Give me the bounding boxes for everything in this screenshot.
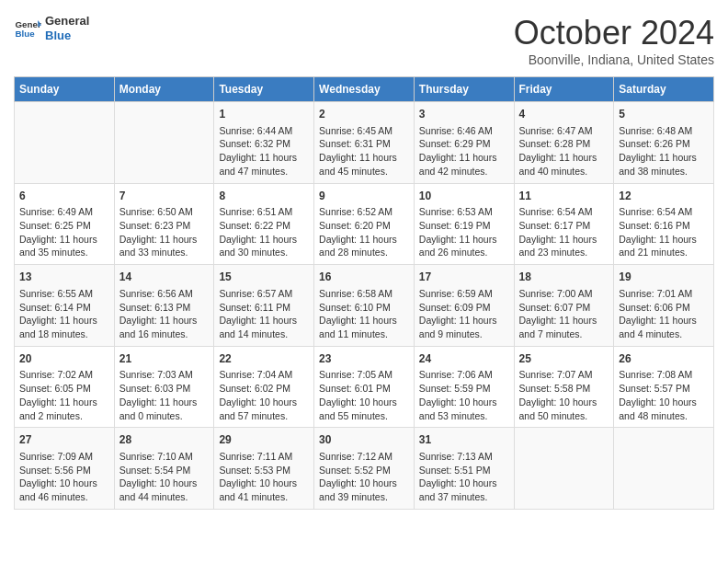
calendar-cell	[514, 428, 614, 510]
day-number: 22	[219, 351, 309, 367]
day-header-thursday: Thursday	[414, 77, 514, 102]
calendar-cell: 27Sunrise: 7:09 AM Sunset: 5:56 PM Dayli…	[15, 428, 115, 510]
day-number: 19	[619, 270, 709, 285]
logo-icon: General Blue	[14, 15, 41, 42]
title-block: October 2024 Boonville, Indiana, United …	[514, 14, 714, 67]
calendar-cell: 30Sunrise: 7:12 AM Sunset: 5:52 PM Dayli…	[314, 428, 415, 510]
calendar-cell: 21Sunrise: 7:03 AM Sunset: 6:03 PM Dayli…	[114, 346, 214, 428]
cell-content: Sunrise: 6:49 AM Sunset: 6:25 PM Dayligh…	[19, 205, 109, 259]
cell-content: Sunrise: 6:47 AM Sunset: 6:28 PM Dayligh…	[519, 124, 609, 178]
cell-content: Sunrise: 6:59 AM Sunset: 6:09 PM Dayligh…	[419, 287, 509, 341]
calendar-cell: 12Sunrise: 6:54 AM Sunset: 6:16 PM Dayli…	[614, 183, 714, 265]
cell-content: Sunrise: 7:06 AM Sunset: 5:59 PM Dayligh…	[419, 368, 509, 422]
day-header-friday: Friday	[514, 77, 614, 102]
day-header-wednesday: Wednesday	[314, 77, 415, 102]
cell-content: Sunrise: 6:55 AM Sunset: 6:14 PM Dayligh…	[19, 287, 109, 341]
calendar-cell: 17Sunrise: 6:59 AM Sunset: 6:09 PM Dayli…	[414, 265, 514, 347]
week-row-1: 1Sunrise: 6:44 AM Sunset: 6:32 PM Daylig…	[15, 102, 714, 184]
day-number: 4	[519, 107, 609, 122]
calendar-cell: 8Sunrise: 6:51 AM Sunset: 6:22 PM Daylig…	[214, 183, 314, 265]
cell-content: Sunrise: 7:05 AM Sunset: 6:01 PM Dayligh…	[319, 368, 409, 422]
day-number: 30	[319, 432, 409, 448]
svg-text:Blue: Blue	[16, 29, 36, 39]
calendar-cell: 28Sunrise: 7:10 AM Sunset: 5:54 PM Dayli…	[114, 428, 214, 510]
month-title: October 2024	[514, 14, 714, 52]
day-number: 29	[219, 432, 309, 448]
day-number: 12	[619, 189, 709, 204]
cell-content: Sunrise: 6:58 AM Sunset: 6:10 PM Dayligh…	[319, 287, 409, 341]
day-number: 27	[19, 432, 109, 448]
day-number: 16	[319, 270, 409, 285]
week-row-5: 27Sunrise: 7:09 AM Sunset: 5:56 PM Dayli…	[15, 428, 714, 510]
calendar-cell: 10Sunrise: 6:53 AM Sunset: 6:19 PM Dayli…	[414, 183, 514, 265]
cell-content: Sunrise: 6:54 AM Sunset: 6:17 PM Dayligh…	[519, 205, 609, 259]
cell-content: Sunrise: 7:00 AM Sunset: 6:07 PM Dayligh…	[519, 287, 609, 341]
day-header-sunday: Sunday	[15, 77, 115, 102]
day-number: 24	[419, 351, 509, 367]
day-number: 9	[319, 189, 409, 204]
calendar-cell: 19Sunrise: 7:01 AM Sunset: 6:06 PM Dayli…	[614, 265, 714, 347]
cell-content: Sunrise: 6:46 AM Sunset: 6:29 PM Dayligh…	[419, 124, 509, 178]
cell-content: Sunrise: 6:44 AM Sunset: 6:32 PM Dayligh…	[219, 124, 309, 178]
calendar-cell: 2Sunrise: 6:45 AM Sunset: 6:31 PM Daylig…	[314, 102, 415, 184]
day-header-tuesday: Tuesday	[214, 77, 314, 102]
day-number: 10	[419, 189, 509, 204]
calendar-cell: 22Sunrise: 7:04 AM Sunset: 6:02 PM Dayli…	[214, 346, 314, 428]
calendar-cell: 9Sunrise: 6:52 AM Sunset: 6:20 PM Daylig…	[314, 183, 415, 265]
cell-content: Sunrise: 7:07 AM Sunset: 5:58 PM Dayligh…	[519, 368, 609, 422]
calendar-header-row: SundayMondayTuesdayWednesdayThursdayFrid…	[15, 77, 714, 102]
calendar-cell: 16Sunrise: 6:58 AM Sunset: 6:10 PM Dayli…	[314, 265, 415, 347]
cell-content: Sunrise: 6:57 AM Sunset: 6:11 PM Dayligh…	[219, 287, 309, 341]
day-number: 15	[219, 270, 309, 285]
calendar-cell: 25Sunrise: 7:07 AM Sunset: 5:58 PM Dayli…	[514, 346, 614, 428]
calendar-cell: 5Sunrise: 6:48 AM Sunset: 6:26 PM Daylig…	[614, 102, 714, 184]
calendar-cell	[15, 102, 115, 184]
cell-content: Sunrise: 7:11 AM Sunset: 5:53 PM Dayligh…	[219, 450, 309, 504]
calendar-cell	[614, 428, 714, 510]
day-number: 21	[119, 351, 210, 367]
week-row-4: 20Sunrise: 7:02 AM Sunset: 6:05 PM Dayli…	[15, 346, 714, 428]
day-number: 23	[319, 351, 409, 367]
calendar-cell: 23Sunrise: 7:05 AM Sunset: 6:01 PM Dayli…	[314, 346, 415, 428]
cell-content: Sunrise: 6:53 AM Sunset: 6:19 PM Dayligh…	[419, 205, 509, 259]
day-number: 7	[119, 189, 210, 204]
day-number: 11	[519, 189, 609, 204]
calendar-cell: 1Sunrise: 6:44 AM Sunset: 6:32 PM Daylig…	[214, 102, 314, 184]
calendar-cell: 13Sunrise: 6:55 AM Sunset: 6:14 PM Dayli…	[15, 265, 115, 347]
day-number: 3	[419, 107, 509, 122]
day-number: 13	[19, 270, 109, 285]
day-number: 31	[419, 432, 509, 448]
calendar-cell: 31Sunrise: 7:13 AM Sunset: 5:51 PM Dayli…	[414, 428, 514, 510]
week-row-3: 13Sunrise: 6:55 AM Sunset: 6:14 PM Dayli…	[15, 265, 714, 347]
calendar-cell	[114, 102, 214, 184]
calendar-cell: 15Sunrise: 6:57 AM Sunset: 6:11 PM Dayli…	[214, 265, 314, 347]
day-number: 6	[19, 189, 109, 204]
logo: General Blue General Blue	[14, 14, 89, 42]
calendar-cell: 29Sunrise: 7:11 AM Sunset: 5:53 PM Dayli…	[214, 428, 314, 510]
calendar-cell: 3Sunrise: 6:46 AM Sunset: 6:29 PM Daylig…	[414, 102, 514, 184]
cell-content: Sunrise: 6:51 AM Sunset: 6:22 PM Dayligh…	[219, 205, 309, 259]
cell-content: Sunrise: 6:56 AM Sunset: 6:13 PM Dayligh…	[119, 287, 210, 341]
cell-content: Sunrise: 7:12 AM Sunset: 5:52 PM Dayligh…	[319, 450, 409, 504]
calendar-cell: 14Sunrise: 6:56 AM Sunset: 6:13 PM Dayli…	[114, 265, 214, 347]
day-number: 25	[519, 351, 609, 367]
day-header-saturday: Saturday	[614, 77, 714, 102]
cell-content: Sunrise: 7:13 AM Sunset: 5:51 PM Dayligh…	[419, 450, 509, 504]
cell-content: Sunrise: 6:52 AM Sunset: 6:20 PM Dayligh…	[319, 205, 409, 259]
logo-general: General	[45, 14, 89, 29]
cell-content: Sunrise: 7:04 AM Sunset: 6:02 PM Dayligh…	[219, 368, 309, 422]
calendar-cell: 20Sunrise: 7:02 AM Sunset: 6:05 PM Dayli…	[15, 346, 115, 428]
cell-content: Sunrise: 7:01 AM Sunset: 6:06 PM Dayligh…	[619, 287, 709, 341]
cell-content: Sunrise: 6:48 AM Sunset: 6:26 PM Dayligh…	[619, 124, 709, 178]
day-number: 1	[219, 107, 309, 122]
day-number: 17	[419, 270, 509, 285]
day-header-monday: Monday	[114, 77, 214, 102]
cell-content: Sunrise: 7:03 AM Sunset: 6:03 PM Dayligh…	[119, 368, 210, 422]
calendar-cell: 24Sunrise: 7:06 AM Sunset: 5:59 PM Dayli…	[414, 346, 514, 428]
day-number: 26	[619, 351, 709, 367]
day-number: 8	[219, 189, 309, 204]
location: Boonville, Indiana, United States	[514, 52, 714, 67]
day-number: 5	[619, 107, 709, 122]
logo-blue: Blue	[45, 29, 89, 43]
day-number: 18	[519, 270, 609, 285]
